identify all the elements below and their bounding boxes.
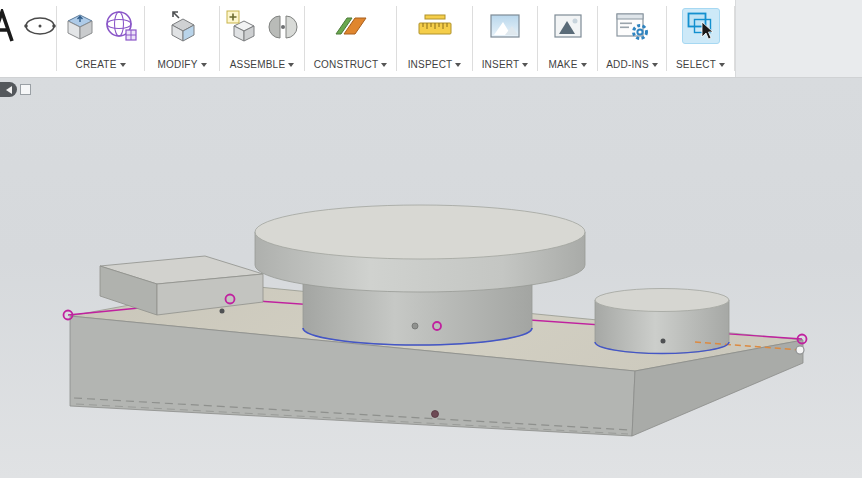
create-icons <box>62 5 139 47</box>
sketch-point[interactable] <box>796 346 804 354</box>
sketch-point[interactable] <box>220 309 225 314</box>
measure-icon[interactable] <box>415 9 455 43</box>
dropdown-caret-icon <box>381 63 387 67</box>
make-icons <box>551 5 585 47</box>
create-dropdown[interactable]: CREATE <box>75 59 125 70</box>
form-sphere-icon[interactable] <box>103 9 139 43</box>
assemble-dropdown[interactable]: ASSEMBLE <box>230 59 295 70</box>
dropdown-caret-icon <box>652 63 658 67</box>
dropdown-caret-icon <box>120 63 126 67</box>
toolbar-group-addins: ADD-INS <box>598 0 666 77</box>
sketch-partial-icons <box>0 5 56 47</box>
toolbar-group-modify: MODIFY <box>145 0 219 77</box>
canvas-image-icon[interactable] <box>487 9 523 43</box>
text-tool-icon[interactable] <box>0 9 15 43</box>
toolbar-group-insert: INSERT <box>473 0 537 77</box>
joint-icon[interactable] <box>266 9 300 43</box>
assemble-icons <box>225 5 300 47</box>
dropdown-caret-icon <box>288 63 294 67</box>
dropdown-caret-icon <box>522 63 528 67</box>
model-scene <box>0 78 862 478</box>
box-primitive-icon[interactable] <box>62 9 96 43</box>
construct-dropdown[interactable]: CONSTRUCT <box>314 59 388 70</box>
sketch-point[interactable] <box>661 339 666 344</box>
toolbar-empty-area <box>735 0 862 77</box>
construction-plane-icon[interactable] <box>332 9 370 43</box>
fusion-app-window: CREATE MODIFY <box>0 0 862 478</box>
dropdown-caret-icon <box>581 63 587 67</box>
toolbar-group-inspect: INSPECT <box>397 0 472 77</box>
main-toolbar: CREATE MODIFY <box>0 0 862 78</box>
new-component-icon[interactable] <box>225 9 259 43</box>
addins-icons <box>614 5 650 47</box>
modify-dropdown[interactable]: MODIFY <box>157 59 206 70</box>
toolbar-group-sketch-partial <box>0 0 56 77</box>
modify-icons <box>165 5 199 47</box>
toolbar-group-select: SELECT <box>667 0 734 77</box>
inspect-dropdown[interactable]: INSPECT <box>408 59 462 70</box>
select-cursor-icon[interactable] <box>682 8 720 44</box>
construct-icons <box>332 5 370 47</box>
select-dropdown[interactable]: SELECT <box>676 59 725 70</box>
scripts-addins-icon[interactable] <box>614 9 650 43</box>
insert-dropdown[interactable]: INSERT <box>482 59 529 70</box>
inspect-icons <box>415 5 455 47</box>
addins-dropdown[interactable]: ADD-INS <box>606 59 658 70</box>
toolbar-group-assemble: ASSEMBLE <box>220 0 304 77</box>
insert-icons <box>487 5 523 47</box>
toolbar-group-construct: CONSTRUCT <box>305 0 396 77</box>
right-cylinder-top[interactable] <box>595 289 729 312</box>
press-pull-icon[interactable] <box>165 9 199 43</box>
sketch-point[interactable] <box>432 411 439 418</box>
make-image-icon[interactable] <box>551 9 585 43</box>
select-icons <box>682 5 720 47</box>
dropdown-caret-icon <box>455 63 461 67</box>
ellipse-tool-icon[interactable] <box>22 11 56 41</box>
dropdown-caret-icon <box>201 63 207 67</box>
dropdown-caret-icon <box>719 63 725 67</box>
model-viewport[interactable] <box>0 78 862 478</box>
toolbar-group-make: MAKE <box>538 0 597 77</box>
toolbar-group-create: CREATE <box>57 0 144 77</box>
puck-top-face[interactable] <box>255 205 585 259</box>
sketch-point[interactable] <box>412 323 418 329</box>
make-dropdown[interactable]: MAKE <box>548 59 586 70</box>
